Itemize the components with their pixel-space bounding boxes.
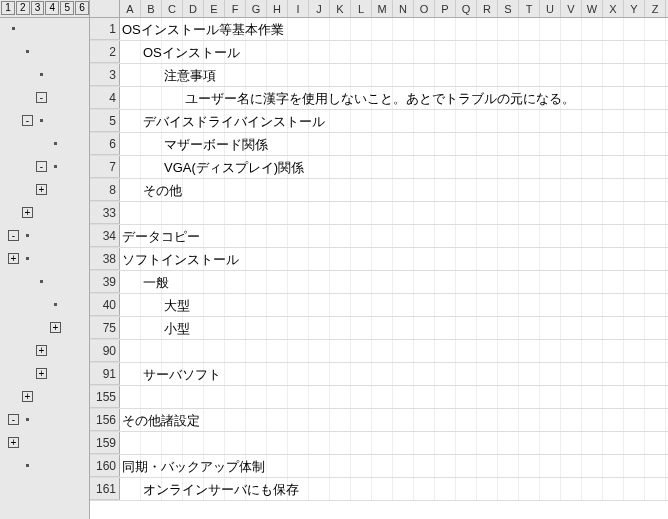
row-header[interactable]: 40 [90,294,120,316]
col-header-F[interactable]: F [225,0,246,17]
cell[interactable] [183,271,204,293]
cell[interactable] [498,110,519,132]
corner-cell[interactable] [90,0,120,17]
cell[interactable] [477,455,498,477]
cell[interactable] [435,294,456,316]
row-header[interactable]: 5 [90,110,120,132]
cell[interactable] [330,340,351,362]
cell[interactable] [141,202,162,224]
cell[interactable] [624,294,645,316]
cell[interactable] [351,432,372,454]
cell[interactable] [645,87,666,109]
cell[interactable] [582,455,603,477]
cell[interactable] [540,271,561,293]
cell[interactable] [351,455,372,477]
cell[interactable] [498,386,519,408]
cell[interactable] [330,478,351,500]
cell[interactable] [645,455,666,477]
cell[interactable] [309,478,330,500]
cell[interactable] [519,432,540,454]
col-header-D[interactable]: D [183,0,204,17]
cell[interactable] [204,294,225,316]
cell[interactable] [582,432,603,454]
col-header-H[interactable]: H [267,0,288,17]
cell[interactable] [141,133,162,155]
cell[interactable] [540,409,561,431]
cell[interactable] [288,225,309,247]
cell[interactable] [330,110,351,132]
outline-expand-icon[interactable]: + [22,207,33,218]
cell[interactable] [561,156,582,178]
cell[interactable] [519,386,540,408]
cell[interactable] [330,225,351,247]
cell[interactable] [330,179,351,201]
cell[interactable] [435,64,456,86]
cell[interactable] [372,317,393,339]
cell[interactable] [393,18,414,40]
cell[interactable] [393,386,414,408]
cell[interactable] [540,179,561,201]
cell[interactable] [645,110,666,132]
cell[interactable] [246,386,267,408]
cell[interactable] [477,179,498,201]
cell[interactable] [393,179,414,201]
cell[interactable] [645,156,666,178]
cell[interactable] [225,294,246,316]
cell[interactable] [372,432,393,454]
cell[interactable] [519,363,540,385]
cell[interactable] [351,294,372,316]
cell[interactable] [435,432,456,454]
col-header-S[interactable]: S [498,0,519,17]
row-header[interactable]: 4 [90,87,120,109]
cell[interactable] [519,110,540,132]
cell[interactable] [477,64,498,86]
cell[interactable] [330,41,351,63]
cell[interactable] [183,202,204,224]
cell[interactable] [120,179,141,201]
col-header-L[interactable]: L [351,0,372,17]
cell[interactable] [225,179,246,201]
cell[interactable] [183,432,204,454]
cell[interactable] [582,64,603,86]
cell[interactable] [540,478,561,500]
cell[interactable] [477,317,498,339]
cell[interactable] [456,225,477,247]
cell[interactable] [414,156,435,178]
cell[interactable] [519,225,540,247]
cell[interactable] [519,179,540,201]
cell[interactable] [540,41,561,63]
cell[interactable] [351,41,372,63]
cell[interactable] [582,179,603,201]
cell[interactable] [351,386,372,408]
row-header[interactable]: 3 [90,64,120,86]
cell[interactable] [183,386,204,408]
cell[interactable] [414,271,435,293]
cell[interactable] [561,179,582,201]
cell[interactable] [540,110,561,132]
cell[interactable] [267,386,288,408]
col-header-T[interactable]: T [519,0,540,17]
cell[interactable] [582,340,603,362]
cell[interactable] [582,363,603,385]
cell[interactable] [141,386,162,408]
cell[interactable] [288,340,309,362]
cell[interactable] [561,133,582,155]
cell[interactable] [246,317,267,339]
cell[interactable] [351,64,372,86]
cell[interactable] [204,202,225,224]
col-header-R[interactable]: R [477,0,498,17]
row-header[interactable]: 75 [90,317,120,339]
cell[interactable] [456,133,477,155]
cell[interactable] [351,156,372,178]
cell[interactable] [246,409,267,431]
row-header[interactable]: 90 [90,340,120,362]
cell[interactable] [540,363,561,385]
cell[interactable] [477,18,498,40]
cell[interactable] [330,156,351,178]
cell[interactable] [582,18,603,40]
cell[interactable] [456,202,477,224]
cell[interactable] [435,317,456,339]
cell[interactable] [393,156,414,178]
outline-expand-icon[interactable]: + [50,322,61,333]
cell[interactable] [561,294,582,316]
